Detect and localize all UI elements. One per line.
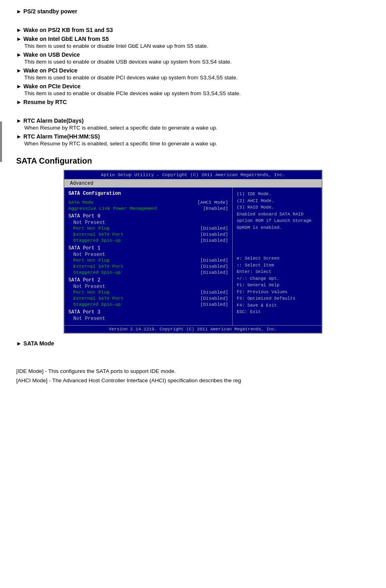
bios-nav-change: +/-: Change Opt. bbox=[237, 275, 318, 282]
item-sata-mode-header: ► SATA Mode bbox=[16, 340, 370, 347]
arrow-icon-5: ► bbox=[16, 67, 22, 74]
item-resume-rtc: ► Resume by RTC bbox=[16, 99, 370, 105]
bios-nav-esc: ESC: Exit bbox=[237, 309, 318, 315]
bios-right-option-1: (1) IDE Mode. bbox=[237, 191, 318, 198]
bios-nav-f2: F2: Previous Values bbox=[237, 289, 318, 296]
bios-port3-present: Not Present bbox=[68, 316, 228, 322]
item-wake-ps2-kb-label: Wake on PS/2 KB from S1 and S3 bbox=[23, 27, 113, 33]
bios-right-options: (1) IDE Mode. (2) AHCI Mode. (3) RAID Mo… bbox=[237, 191, 318, 231]
bios-sata-mode-value: [AHCI Mode] bbox=[197, 200, 228, 205]
item-wake-intel-gbe-desc: This item is used to enable or disable I… bbox=[24, 43, 370, 49]
bios-port1-spinup-row[interactable]: Staggered Spin-up [Disabled] bbox=[68, 270, 228, 275]
bios-port1-external-row[interactable]: External SATA Port [Disabled] bbox=[68, 264, 228, 269]
bios-port0-spinup-row[interactable]: Staggered Spin-up [Disabled] bbox=[68, 238, 228, 243]
bios-nav-item: ↕: Select Item bbox=[237, 262, 318, 269]
sata-configuration-section: SATA Configuration Aptio Setup Utility -… bbox=[16, 156, 370, 334]
item-rtc-alarm-time: ► RTC Alarm Time(HH:MM:SS) When Resume b… bbox=[16, 133, 370, 147]
bios-aggressive-label: Aggressive Link Power Management bbox=[68, 206, 158, 211]
item-wake-usb-label: Wake on USB Device bbox=[23, 51, 80, 58]
item-wake-pci: ► Wake on PCI Device This item is used t… bbox=[16, 67, 370, 81]
bios-port2-spinup-label: Staggered Spin-up bbox=[73, 302, 121, 307]
arrow-icon-7: ► bbox=[16, 99, 22, 105]
bios-sata-mode-row[interactable]: SATA Mode [AHCI Mode] bbox=[68, 200, 228, 205]
bios-footer: Version 2.14.1219. Copyright (C) 2011 Am… bbox=[64, 325, 322, 333]
bios-port0-spinup-value: [Disabled] bbox=[200, 238, 228, 243]
bios-port2: SATA Port 2 Not Present Port Hot Plug [D… bbox=[68, 277, 228, 307]
bios-port1-present: Not Present bbox=[68, 252, 228, 258]
bios-nav-screen: ⇄: Select Screen bbox=[237, 255, 318, 262]
bios-port0-hotplug-value: [Disabled] bbox=[200, 226, 228, 231]
item-wake-pci-header: ► Wake on PCI Device bbox=[16, 67, 370, 74]
arrow-icon-6: ► bbox=[16, 83, 22, 89]
arrow-icon-9: ► bbox=[16, 133, 22, 140]
bios-port0: SATA Port 0 Not Present Port Hot Plug [D… bbox=[68, 213, 228, 243]
item-wake-pcie-desc: This item is used to enable or disable P… bbox=[24, 90, 370, 96]
bios-port2-external-value: [Disabled] bbox=[200, 296, 228, 301]
bios-right-option-2: (2) AHCI Mode. bbox=[237, 198, 318, 205]
bios-port0-spinup-label: Staggered Spin-up bbox=[73, 238, 121, 243]
item-ps2-standby-header: ► PS/2 standby power bbox=[16, 8, 370, 15]
bios-port0-present: Not Present bbox=[68, 220, 228, 226]
bios-port2-title: SATA Port 2 bbox=[68, 277, 228, 283]
accent-bar bbox=[0, 121, 2, 162]
arrow-icon-4: ► bbox=[16, 51, 22, 58]
bottom-descriptions: [IDE Mode] - This configures the SATA po… bbox=[16, 367, 370, 386]
item-wake-intel-gbe: ► Wake on Intel GbE LAN from S5 This ite… bbox=[16, 36, 370, 49]
bios-nav-f3: F3: Optimized Defaults bbox=[237, 295, 318, 302]
bios-port2-spinup-value: [Disabled] bbox=[200, 302, 228, 307]
arrow-icon: ► bbox=[16, 8, 22, 15]
item-rtc-alarm-date: ► RTC Alarm Date(Days) When Resume by RT… bbox=[16, 117, 370, 131]
bios-right-option-5: option ROM if Launch Storage bbox=[237, 217, 318, 224]
bios-port2-hotplug-value: [Disabled] bbox=[200, 290, 228, 295]
bios-port1-hotplug-label: Port Hot Plug bbox=[73, 258, 110, 263]
bios-tab-advanced[interactable]: Advanced bbox=[68, 180, 96, 187]
sata-section-heading: SATA Configuration bbox=[16, 156, 370, 166]
bios-title-bar: Aptio Setup Utility - Copyright (C) 2011… bbox=[64, 170, 322, 179]
bios-port2-spinup-row[interactable]: Staggered Spin-up [Disabled] bbox=[68, 302, 228, 307]
bios-port0-external-value: [Disabled] bbox=[200, 232, 228, 237]
bios-right-nav: ⇄: Select Screen ↕: Select Item Enter: S… bbox=[237, 255, 318, 315]
bios-port1: SATA Port 1 Not Present Port Hot Plug [D… bbox=[68, 245, 228, 275]
bios-sata-mode-label: SATA Mode bbox=[68, 200, 93, 205]
bios-nav-f1: F1: General Help bbox=[237, 282, 318, 289]
arrow-icon-8: ► bbox=[16, 117, 22, 124]
bios-port3-title: SATA Port 3 bbox=[68, 309, 228, 315]
bios-nav-enter: Enter: Select bbox=[237, 268, 318, 275]
item-wake-ps2-kb-header: ► Wake on PS/2 KB from S1 and S3 bbox=[16, 27, 370, 33]
bios-port0-external-row[interactable]: External SATA Port [Disabled] bbox=[68, 232, 228, 237]
item-resume-rtc-label: Resume by RTC bbox=[23, 99, 67, 105]
item-wake-usb-desc: This item is used to enable or disable U… bbox=[24, 59, 370, 65]
item-wake-intel-gbe-label: Wake on Intel GbE LAN from S5 bbox=[23, 36, 109, 42]
arrow-icon-10: ► bbox=[16, 340, 22, 347]
bios-port2-hotplug-row[interactable]: Port Hot Plug [Disabled] bbox=[68, 290, 228, 295]
item-wake-usb-header: ► Wake on USB Device bbox=[16, 51, 370, 58]
bios-port0-hotplug-row[interactable]: Port Hot Plug [Disabled] bbox=[68, 226, 228, 231]
bios-nav-f4: F4: Save & Exit bbox=[237, 302, 318, 309]
item-sata-mode: ► SATA Mode bbox=[16, 340, 370, 347]
bios-right-option-3: (3) RAID Mode. bbox=[237, 204, 318, 211]
bios-port1-spinup-value: [Disabled] bbox=[200, 270, 228, 275]
bios-port1-hotplug-row[interactable]: Port Hot Plug [Disabled] bbox=[68, 258, 228, 263]
bios-port2-external-label: External SATA Port bbox=[73, 296, 123, 301]
bios-port2-present: Not Present bbox=[68, 284, 228, 290]
bios-right-option-6: OpROM is enabled. bbox=[237, 224, 318, 231]
bottom-desc-1: [IDE Mode] - This configures the SATA po… bbox=[16, 367, 370, 376]
bios-port3: SATA Port 3 Not Present bbox=[68, 309, 228, 322]
bottom-desc-2: [AHCI Mode] - The Advanced Host Controll… bbox=[16, 376, 370, 386]
bios-left-panel: SATA Configuration SATA Mode [AHCI Mode]… bbox=[64, 187, 233, 325]
item-rtc-alarm-date-desc: When Resume by RTC is enabled, select a … bbox=[24, 125, 370, 131]
item-wake-intel-gbe-header: ► Wake on Intel GbE LAN from S5 bbox=[16, 36, 370, 42]
bios-port1-hotplug-value: [Disabled] bbox=[200, 258, 228, 263]
item-rtc-alarm-date-header: ► RTC Alarm Date(Days) bbox=[16, 117, 370, 124]
item-ps2-standby-label: PS/2 standby power bbox=[23, 8, 77, 15]
bios-screen: Aptio Setup Utility - Copyright (C) 2011… bbox=[64, 170, 322, 334]
item-sata-mode-label: SATA Mode bbox=[23, 340, 54, 347]
bios-port0-hotplug-label: Port Hot Plug bbox=[73, 226, 110, 231]
item-rtc-alarm-date-label: RTC Alarm Date(Days) bbox=[23, 117, 84, 124]
bios-port1-title: SATA Port 1 bbox=[68, 245, 228, 251]
item-wake-ps2-kb: ► Wake on PS/2 KB from S1 and S3 bbox=[16, 27, 370, 33]
bios-port0-title: SATA Port 0 bbox=[68, 213, 228, 219]
bios-port2-external-row[interactable]: External SATA Port [Disabled] bbox=[68, 296, 228, 301]
bios-aggressive-row[interactable]: Aggressive Link Power Management [Enable… bbox=[68, 206, 228, 211]
bios-port1-external-label: External SATA Port bbox=[73, 264, 123, 269]
